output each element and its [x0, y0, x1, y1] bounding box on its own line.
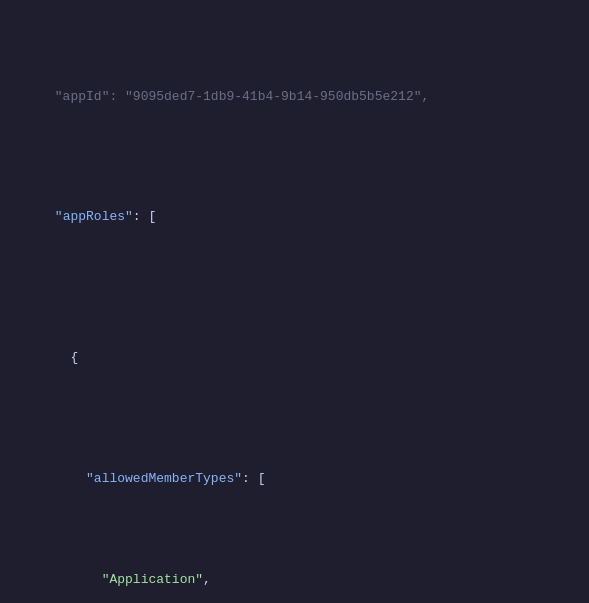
obj1-allowed-application: "Application", — [8, 550, 577, 603]
obj1-allowed-member-types-key: "allowedMemberTypes": [ — [8, 449, 577, 509]
app-roles-open: "appRoles": [ — [8, 187, 577, 247]
truncated-text: "appId": "9095ded7-1db9-41b4-9b14-950db5… — [39, 89, 429, 104]
truncated-line: "appId": "9095ded7-1db9-41b4-9b14-950db5… — [8, 66, 577, 126]
obj1-open: { — [8, 328, 577, 388]
code-viewer: "appId": "9095ded7-1db9-41b4-9b14-950db5… — [0, 4, 589, 603]
